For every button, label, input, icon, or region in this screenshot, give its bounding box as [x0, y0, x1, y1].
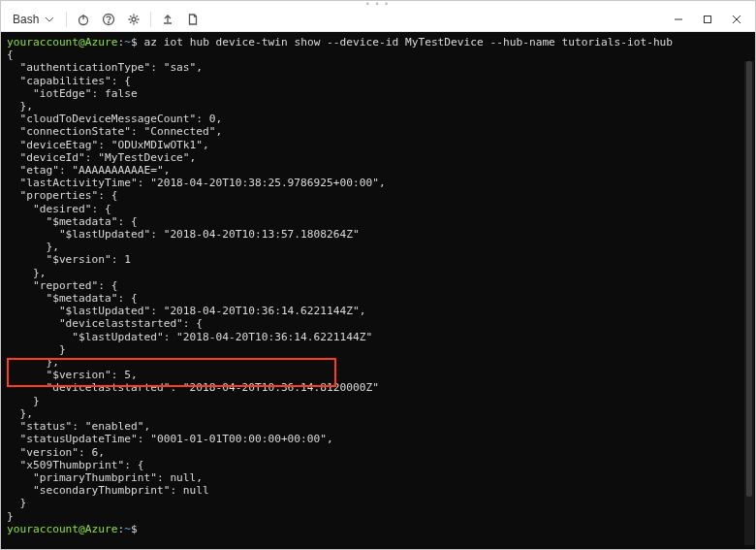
terminal-output: youraccount@Azure:~$ az iot hub device-t… [7, 36, 749, 535]
power-icon [77, 13, 90, 26]
chevron-down-icon [45, 15, 54, 24]
out-line: { [7, 49, 14, 61]
cloud-shell-window: • • • Bash [0, 0, 756, 550]
maximize-button[interactable] [693, 9, 722, 30]
out-line: } [7, 510, 14, 523]
out-line: }, [7, 241, 59, 253]
restart-button[interactable] [71, 9, 96, 30]
out-line: }, [7, 407, 33, 420]
help-button[interactable] [96, 9, 121, 30]
prompt-sigil: $ [131, 36, 138, 49]
out-line: "$lastUpdated": "2018-04-20T10:36:14.622… [7, 305, 365, 317]
out-line: "primaryThumbprint": null, [7, 471, 203, 484]
out-line: "deviceEtag": "ODUxMDIwOTk1", [7, 139, 209, 151]
close-icon [732, 15, 741, 24]
out-line: } [7, 497, 26, 509]
prompt-user: youraccount [7, 523, 79, 535]
upload-button[interactable] [155, 9, 180, 30]
out-line: "$metadata": { [7, 215, 138, 228]
svg-point-4 [132, 17, 136, 21]
out-line: "cloudToDeviceMessageCount": 0, [7, 113, 222, 125]
out-line: "statusUpdateTime": "0001-01-01T00:00:00… [7, 433, 333, 445]
prompt-at: @ [79, 36, 85, 49]
out-line: "$metadata": { [7, 292, 138, 305]
prompt-sigil: $ [131, 523, 138, 535]
divider [150, 12, 151, 27]
maximize-icon [703, 15, 712, 24]
out-line: "devicelaststarted": { [7, 317, 203, 330]
divider [66, 12, 67, 27]
prompt-user: youraccount [7, 36, 79, 49]
out-line: "status": "enabled", [7, 420, 150, 433]
out-line: "$version": 5, [7, 369, 138, 381]
out-line: }, [7, 356, 59, 369]
out-line: "desired": { [7, 203, 111, 215]
titlebar: Bash [1, 7, 755, 32]
minimize-icon [674, 15, 683, 24]
out-line: "x509Thumbprint": { [7, 459, 143, 471]
out-line: "etag": "AAAAAAAAAAE=", [7, 164, 170, 177]
command-text: az iot hub device-twin show --device-id … [138, 36, 673, 49]
out-line: }, [7, 267, 46, 279]
out-line: } [7, 343, 66, 356]
close-button[interactable] [722, 9, 751, 30]
out-line: "$version": 1 [7, 253, 131, 266]
shell-label: Bash [13, 13, 39, 26]
window-controls [664, 9, 751, 30]
scrollbar-vertical[interactable] [744, 61, 754, 545]
upload-icon [161, 13, 174, 26]
svg-point-3 [109, 21, 110, 22]
out-line: "iotEdge": false [7, 87, 138, 100]
out-line: "connectionState": "Connected", [7, 125, 222, 138]
shell-selector[interactable]: Bash [5, 11, 62, 28]
settings-button[interactable] [121, 9, 146, 30]
new-file-icon [186, 13, 200, 26]
scrollbar-thumb[interactable] [746, 61, 752, 497]
prompt-at: @ [79, 523, 85, 535]
gear-icon [127, 13, 141, 26]
out-line: "reported": { [7, 279, 118, 292]
help-icon [102, 13, 115, 26]
svg-rect-6 [705, 16, 711, 22]
out-line: "$lastUpdated": "2018-04-20T10:36:14.622… [7, 331, 372, 343]
out-line: "properties": { [7, 189, 118, 202]
out-line: "version": 6, [7, 446, 105, 459]
out-line: "devicelaststarted": "2018-04-20T10:36:1… [7, 381, 379, 394]
out-line: "lastActivityTime": "2018-04-20T10:38:25… [7, 177, 386, 189]
out-line: "authenticationType": "sas", [7, 61, 203, 74]
out-line: "capabilities": { [7, 75, 131, 87]
out-line: }, [7, 100, 33, 113]
out-line: } [7, 395, 40, 407]
prompt-host: Azure [85, 523, 118, 535]
out-line: "secondaryThumbprint": null [7, 484, 209, 497]
prompt-host: Azure [85, 36, 118, 49]
out-line: "$lastUpdated": "2018-04-20T10:13:57.180… [7, 228, 360, 241]
minimize-button[interactable] [664, 9, 693, 30]
new-file-button[interactable] [180, 9, 205, 30]
terminal[interactable]: youraccount@Azure:~$ az iot hub device-t… [1, 32, 755, 549]
out-line: "deviceId": "MyTestDevice", [7, 151, 196, 164]
